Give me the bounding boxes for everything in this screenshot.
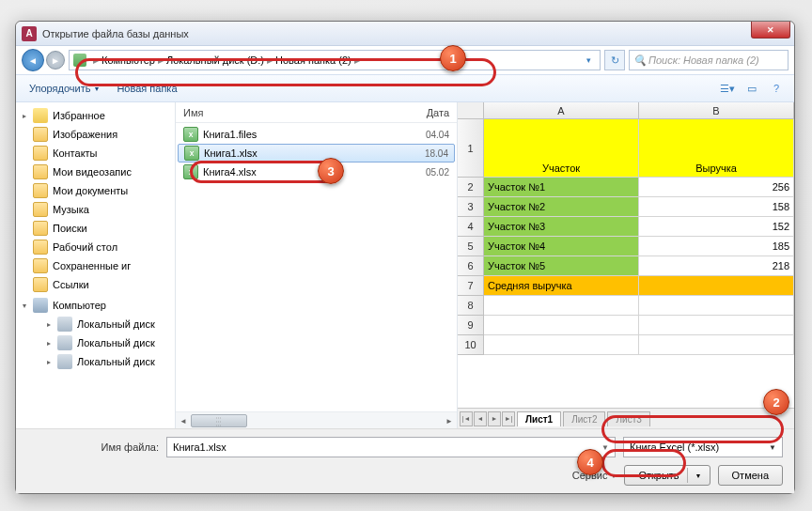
col-name[interactable]: Имя bbox=[183, 107, 427, 118]
folder-icon bbox=[33, 146, 48, 161]
sidebar-item[interactable]: Музыка bbox=[16, 200, 175, 219]
cell[interactable] bbox=[484, 296, 639, 316]
sheet-tab[interactable]: Лист3 bbox=[607, 411, 649, 426]
file-list-header[interactable]: Имя Дата bbox=[176, 102, 457, 123]
cell[interactable] bbox=[639, 316, 794, 335]
drive-icon bbox=[57, 354, 72, 369]
dropdown-icon[interactable]: ▼ bbox=[769, 443, 776, 452]
search-placeholder: Поиск: Новая папка (2) bbox=[648, 54, 759, 66]
cell[interactable]: Участок bbox=[484, 119, 639, 178]
filetype-select[interactable]: Книга Excel (*.xlsx)▼ bbox=[623, 437, 783, 457]
cancel-button[interactable]: Отмена bbox=[718, 465, 783, 486]
organize-menu[interactable]: Упорядочить▼ bbox=[23, 79, 105, 98]
row-header[interactable]: 2 bbox=[458, 178, 484, 197]
file-row-selected[interactable]: X Книга1.xlsx 18.04 bbox=[178, 144, 455, 163]
file-row[interactable]: X Книга4.xlsx 05.02 bbox=[176, 163, 457, 181]
open-button[interactable]: Открыть▼ bbox=[624, 465, 710, 486]
sidebar-computer[interactable]: ▾Компьютер bbox=[16, 296, 175, 315]
row-header[interactable]: 7 bbox=[458, 276, 484, 296]
crumb-dropdown-icon[interactable]: ▾ bbox=[581, 53, 596, 68]
scroll-left-icon[interactable]: ◄ bbox=[176, 412, 191, 428]
cell[interactable]: Участок №1 bbox=[484, 178, 639, 197]
preview-pane-icon[interactable]: ▭ bbox=[742, 78, 762, 99]
cell[interactable]: 152 bbox=[639, 217, 794, 237]
col-date[interactable]: Дата bbox=[427, 107, 449, 118]
crumb-computer[interactable]: Компьютер bbox=[102, 54, 155, 66]
sidebar-item[interactable]: Ссылки bbox=[16, 275, 175, 294]
open-dropdown-icon[interactable]: ▼ bbox=[692, 472, 706, 479]
row-header[interactable]: 9 bbox=[458, 316, 484, 335]
new-folder-button[interactable]: Новая папка bbox=[111, 79, 182, 98]
row-header[interactable]: 1 bbox=[458, 119, 484, 178]
sidebar-drive[interactable]: ▸Локальный диск bbox=[16, 333, 175, 352]
cell[interactable]: 256 bbox=[639, 178, 794, 197]
refresh-button[interactable]: ↻ bbox=[604, 50, 625, 70]
sidebar-item[interactable]: Мои видеозапис bbox=[16, 163, 175, 181]
cell[interactable] bbox=[639, 335, 794, 355]
dropdown-icon[interactable]: ▼ bbox=[601, 443, 609, 452]
cell[interactable] bbox=[484, 335, 639, 355]
row-header[interactable]: 3 bbox=[458, 197, 484, 217]
col-header[interactable]: A bbox=[484, 102, 639, 119]
open-file-dialog: A Открытие файла базы данных ✕ ◄ ► ▶ Ком… bbox=[15, 21, 795, 494]
help-icon[interactable]: ? bbox=[766, 78, 787, 99]
cell[interactable]: 158 bbox=[639, 197, 794, 217]
sidebar-item[interactable]: Мои документы bbox=[16, 181, 175, 200]
nav-forward-button[interactable]: ► bbox=[46, 51, 65, 70]
row-header[interactable]: 6 bbox=[458, 256, 484, 276]
row-header[interactable]: 5 bbox=[458, 237, 484, 256]
cell[interactable]: 218 bbox=[639, 256, 794, 276]
sidebar-item[interactable]: Контакты bbox=[16, 144, 175, 163]
excel-icon: X bbox=[183, 164, 198, 179]
h-scrollbar[interactable]: ◄ ► bbox=[176, 411, 457, 428]
cell[interactable] bbox=[639, 296, 794, 316]
sidebar-item[interactable]: Сохраненные иг bbox=[16, 256, 175, 275]
toolbar: Упорядочить▼ Новая папка ☰▾ ▭ ? bbox=[16, 74, 794, 102]
excel-icon: X bbox=[183, 127, 198, 142]
tools-menu[interactable]: Сервис▼ bbox=[572, 470, 617, 481]
cell[interactable]: Средняя выручка bbox=[484, 276, 639, 296]
computer-icon bbox=[33, 298, 48, 313]
views-icon[interactable]: ☰▾ bbox=[717, 78, 738, 99]
scroll-right-icon[interactable]: ► bbox=[442, 412, 457, 428]
scroll-thumb[interactable] bbox=[191, 414, 247, 427]
row-header[interactable]: 8 bbox=[458, 296, 484, 316]
crumb-drive[interactable]: Локальный диск (D:) bbox=[166, 54, 264, 66]
close-button[interactable]: ✕ bbox=[751, 22, 790, 39]
nav-back-button[interactable]: ◄ bbox=[22, 49, 44, 71]
location-icon bbox=[73, 54, 86, 67]
row-header[interactable]: 4 bbox=[458, 217, 484, 237]
star-icon bbox=[33, 108, 48, 123]
sidebar-favorites[interactable]: ▸Избранное bbox=[16, 106, 175, 125]
sidebar-item[interactable]: Рабочий стол bbox=[16, 238, 175, 256]
cell[interactable] bbox=[639, 276, 794, 296]
tab-nav-first-icon[interactable]: |◄ bbox=[460, 411, 473, 426]
cell[interactable]: Участок №2 bbox=[484, 197, 639, 217]
crumb-folder[interactable]: Новая папка (2) bbox=[275, 54, 351, 66]
cell[interactable]: Выручка bbox=[639, 119, 794, 178]
tab-nav-next-icon[interactable]: ► bbox=[488, 411, 501, 426]
cell[interactable]: Участок №4 bbox=[484, 237, 639, 256]
cell[interactable]: 185 bbox=[639, 237, 794, 256]
file-row[interactable]: X Книга1.files 04.04 bbox=[176, 125, 457, 144]
tab-nav-last-icon[interactable]: ►| bbox=[502, 411, 515, 426]
filename-input[interactable]: Книга1.xlsx▼ bbox=[166, 437, 616, 457]
select-all-corner[interactable] bbox=[458, 102, 484, 119]
sidebar-item[interactable]: Поиски bbox=[16, 219, 175, 238]
cell[interactable]: Участок №3 bbox=[484, 217, 639, 237]
sheet-tab[interactable]: Лист1 bbox=[517, 411, 561, 426]
sidebar-drive[interactable]: ▸Локальный диск bbox=[16, 315, 175, 333]
search-input[interactable]: 🔍 Поиск: Новая папка (2) bbox=[629, 50, 789, 70]
sidebar-item[interactable]: Изображения bbox=[16, 125, 175, 144]
cell[interactable] bbox=[484, 316, 639, 335]
row-header[interactable]: 10 bbox=[458, 335, 484, 355]
col-header[interactable]: B bbox=[639, 102, 794, 119]
folder-icon bbox=[33, 221, 48, 236]
titlebar: A Открытие файла базы данных ✕ bbox=[16, 22, 794, 46]
tab-nav-prev-icon[interactable]: ◄ bbox=[474, 411, 487, 426]
cell[interactable]: Участок №5 bbox=[484, 256, 639, 276]
sheet-tab[interactable]: Лист2 bbox=[563, 411, 605, 426]
breadcrumb[interactable]: ▶ Компьютер ▶ Локальный диск (D:) ▶ Нова… bbox=[69, 50, 601, 70]
filename-label: Имя файла: bbox=[27, 441, 159, 453]
sidebar-drive[interactable]: ▸Локальный диск bbox=[16, 352, 175, 371]
